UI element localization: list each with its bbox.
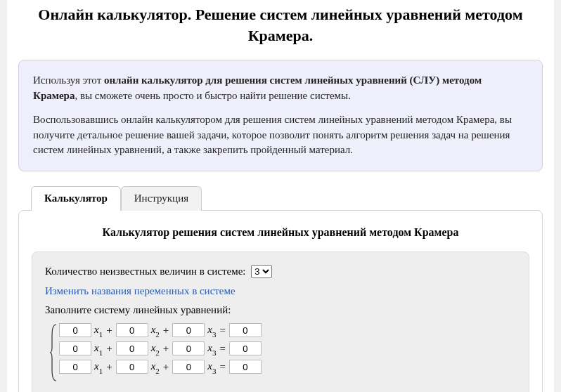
rename-variables-link[interactable]: Изменить названия переменных в системе [45,285,236,296]
equals-label: = [219,361,226,373]
variable-label: x2 [151,342,160,355]
equation-row: x1 + x2 + x3 = [59,341,262,355]
equation-row: x1 + x2 + x3 = [59,360,262,374]
variable-label: x3 [207,360,216,374]
plus-label: + [105,325,112,337]
equation-block: x1 + x2 + x3 = x1 + x2 + x3 = x1 + x2 + … [45,323,516,382]
equals-label: = [219,343,226,355]
coef-input[interactable] [172,323,205,337]
panel-heading: Калькулятор решения систем линейных урав… [32,226,529,239]
coef-input[interactable] [59,341,91,355]
intro-paragraph-2: Воспользовавшись онлайн калькулятором дл… [33,112,528,158]
variable-label: x1 [94,342,103,355]
variable-label: x2 [151,324,160,337]
variable-label: x3 [207,342,216,355]
rhs-input[interactable] [229,341,262,355]
brace-icon [45,323,59,382]
calculator-form: Количество неизвестных величин в системе… [32,251,529,392]
coef-input[interactable] [116,341,148,355]
calculator-panel: Калькулятор решения систем линейных урав… [18,210,543,392]
variable-label: x1 [94,324,103,337]
equals-label: = [219,325,226,337]
variable-label: x3 [207,324,216,337]
plus-label: + [105,361,112,373]
coef-input[interactable] [116,360,148,374]
unknowns-select[interactable]: 3 [251,265,272,278]
plus-label: + [162,325,169,337]
intro-paragraph-1: Используя этот онлайн калькулятор для ре… [33,73,528,104]
coef-input[interactable] [59,360,91,374]
tab-bar: Калькулятор Инструкция [31,185,543,210]
variable-label: x2 [151,360,160,374]
intro-box: Используя этот онлайн калькулятор для ре… [18,60,543,171]
tab-instruction[interactable]: Инструкция [121,186,202,211]
page-title: Онлайн калькулятор. Решение систем линей… [14,0,547,53]
variable-label: x1 [94,360,103,374]
rhs-input[interactable] [229,360,262,374]
plus-label: + [162,343,169,355]
plus-label: + [105,343,112,355]
equation-row: x1 + x2 + x3 = [59,323,262,337]
coef-input[interactable] [172,360,205,374]
unknowns-row: Количество неизвестных величин в системе… [45,265,516,278]
plus-label: + [162,361,169,373]
coef-input[interactable] [59,323,91,337]
rhs-input[interactable] [229,323,262,337]
coef-input[interactable] [116,323,148,337]
fill-label: Заполните систему линейных уравнений: [45,304,516,316]
coef-input[interactable] [172,341,205,355]
tab-calculator[interactable]: Калькулятор [31,186,121,211]
unknowns-label: Количество неизвестных величин в системе… [45,266,246,277]
